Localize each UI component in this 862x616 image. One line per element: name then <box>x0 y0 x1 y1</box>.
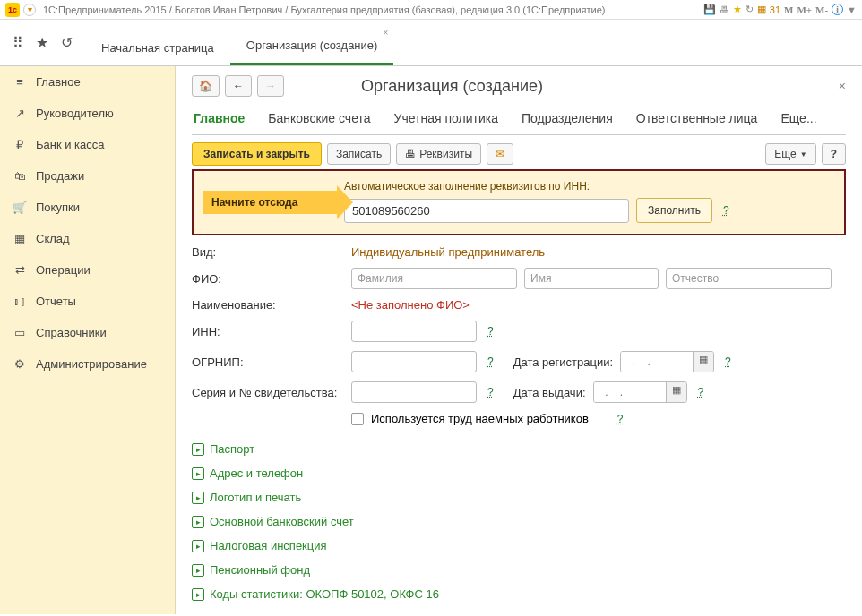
book-icon: ▭ <box>13 326 27 339</box>
cart-icon: 🛒 <box>13 201 27 214</box>
subtab-subdivisions[interactable]: Подразделения <box>520 106 615 134</box>
print-icon[interactable]: 🖶 <box>720 4 729 15</box>
expand-logo[interactable]: ▸Логотип и печать <box>192 485 846 509</box>
expand-stats-codes[interactable]: ▸Коды статистики: ОКОПФ 50102, ОКФС 16 <box>192 582 846 606</box>
serial-help[interactable]: ? <box>484 386 497 398</box>
sidebar-item-main[interactable]: ≡Главное <box>0 66 175 98</box>
more-button[interactable]: Еще ▼ <box>765 143 815 165</box>
calendar-icon[interactable]: ▦ <box>693 352 713 372</box>
mail-button[interactable]: ✉ <box>487 143 513 165</box>
name-label: Наименование: <box>192 298 344 312</box>
subtab-accounting-policy[interactable]: Учетная политика <box>392 106 500 134</box>
history-icon[interactable]: ↺ <box>61 34 73 51</box>
name-not-filled: <Не заполнено ФИО> <box>351 298 470 312</box>
inn-help-link[interactable]: ? <box>720 204 733 217</box>
expand-tax[interactable]: ▸Налоговая инспекция <box>192 534 846 558</box>
info-dropdown-icon[interactable]: ▼ <box>847 4 857 15</box>
sidebar-item-sales[interactable]: 🛍Продажи <box>0 160 175 192</box>
sidebar-item-bank[interactable]: ₽Банк и касса <box>0 129 175 160</box>
expand-icon: ▸ <box>192 540 204 552</box>
refresh-icon[interactable]: ↻ <box>746 4 754 15</box>
expand-icon: ▸ <box>192 564 204 577</box>
sidebar-item-label: Справочники <box>36 326 107 339</box>
patronymic-input[interactable] <box>666 268 832 289</box>
expand-icon: ▸ <box>192 516 204 528</box>
star-icon[interactable]: ★ <box>36 34 48 51</box>
expand-pension[interactable]: ▸Пенсионный фонд <box>192 558 846 582</box>
fill-button[interactable]: Заполнить <box>636 198 712 223</box>
datereg-help[interactable]: ? <box>721 355 735 368</box>
print-icon: 🖶 <box>405 148 416 160</box>
sidebar-item-reports[interactable]: ⫾⫿Отчеты <box>0 286 175 317</box>
expand-label: Коды статистики: ОКОПФ 50102, ОКФС 16 <box>210 587 439 601</box>
vid-value: Индивидуальный предприниматель <box>351 245 545 259</box>
hired-workers-checkbox[interactable] <box>351 413 364 425</box>
expand-label: Логотип и печать <box>210 491 301 504</box>
requisites-button[interactable]: 🖶Реквизиты <box>396 143 481 165</box>
calendar-icon[interactable]: ▦ <box>666 382 686 402</box>
bag-icon: 🛍 <box>13 169 27 183</box>
forward-button[interactable]: → <box>257 75 284 97</box>
expand-label: Пенсионный фонд <box>210 563 310 577</box>
sidebar-item-directories[interactable]: ▭Справочники <box>0 317 175 348</box>
tab-organization[interactable]: Организация (создание) × <box>230 22 394 65</box>
grid-icon[interactable]: ⠿ <box>13 34 23 51</box>
sidebar-item-manager[interactable]: ↗Руководителю <box>0 98 175 129</box>
favorite-icon[interactable]: ★ <box>733 4 742 15</box>
sidebar-item-operations[interactable]: ⇄Операции <box>0 254 175 286</box>
memory-mplus[interactable]: M+ <box>797 4 812 15</box>
dateiss-field[interactable]: ▦ <box>593 381 687 403</box>
datereg-field[interactable]: ▦ <box>620 351 714 372</box>
save-button[interactable]: Записать <box>327 143 391 165</box>
sidebar-item-label: Администрирование <box>36 357 147 371</box>
tab-label: Организация (создание) <box>246 38 378 52</box>
window-title: 1С:Предприниматель 2015 / Богатов Иван П… <box>43 4 605 15</box>
dateiss-input[interactable] <box>594 382 666 402</box>
sidebar-item-admin[interactable]: ⚙Администрирование <box>0 348 175 380</box>
app-icon: 1c <box>5 3 20 17</box>
inn-help[interactable]: ? <box>484 325 497 338</box>
save-close-button[interactable]: Записать и закрыть <box>192 142 322 166</box>
memory-mminus[interactable]: M- <box>815 4 828 15</box>
info-icon[interactable]: i <box>832 4 843 15</box>
memory-m[interactable]: M <box>784 4 793 15</box>
hired-help[interactable]: ? <box>614 413 627 425</box>
btn-label: Реквизиты <box>419 148 472 160</box>
save-icon[interactable]: 💾 <box>703 4 716 15</box>
subtab-more[interactable]: Еще... <box>779 106 818 134</box>
subtab-bank-accounts[interactable]: Банковские счета <box>266 106 372 134</box>
sidebar: ≡Главное ↗Руководителю ₽Банк и касса 🛍Пр… <box>0 66 176 614</box>
expand-address[interactable]: ▸Адрес и телефон <box>192 461 846 485</box>
datereg-input[interactable] <box>621 352 693 372</box>
dateiss-help[interactable]: ? <box>694 386 708 398</box>
tab-home[interactable]: Начальная страница <box>85 25 230 65</box>
expand-label: Налоговая инспекция <box>210 539 327 552</box>
sidebar-item-purchases[interactable]: 🛒Покупки <box>0 192 175 223</box>
subtab-responsible[interactable]: Ответственные лица <box>634 106 760 134</box>
help-button[interactable]: ? <box>822 143 846 165</box>
tab-close-icon[interactable]: × <box>384 28 389 38</box>
sidebar-item-warehouse[interactable]: ▦Склад <box>0 223 175 254</box>
name-input[interactable] <box>524 268 659 289</box>
calc-icon[interactable]: ▦ <box>757 4 766 15</box>
surname-input[interactable] <box>351 268 517 289</box>
close-button[interactable]: × <box>839 79 846 93</box>
inn-input[interactable] <box>344 199 629 223</box>
back-button[interactable]: ← <box>225 75 252 97</box>
expand-bank-account[interactable]: ▸Основной банковский счет <box>192 509 846 534</box>
calendar-icon[interactable]: 31 <box>770 4 780 15</box>
sidebar-item-label: Отчеты <box>36 295 76 308</box>
toprow: ⠿ ★ ↺ Начальная страница Организация (со… <box>0 20 862 66</box>
ogrnip-help[interactable]: ? <box>484 355 497 368</box>
expand-icon: ▸ <box>192 492 204 504</box>
inn-field[interactable] <box>351 321 477 342</box>
ogrnip-field[interactable] <box>351 351 477 372</box>
home-button[interactable]: 🏠 <box>192 75 220 97</box>
expand-passport[interactable]: ▸Паспорт <box>192 437 846 461</box>
subtab-main[interactable]: Главное <box>192 106 246 134</box>
fio-label: ФИО: <box>192 272 344 286</box>
serial-field[interactable] <box>351 381 477 403</box>
inn-auto-label: Автоматическое заполнение реквизитов по … <box>344 180 835 192</box>
dropdown-icon[interactable]: ▾ <box>23 4 36 16</box>
expand-label: Паспорт <box>210 442 254 456</box>
